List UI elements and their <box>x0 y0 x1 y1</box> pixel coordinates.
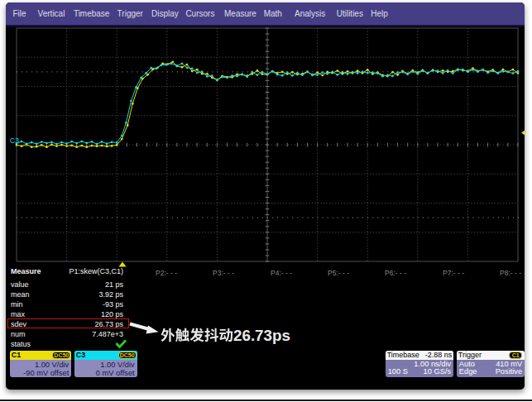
svg-text:26.73ps: 26.73ps <box>233 327 290 344</box>
